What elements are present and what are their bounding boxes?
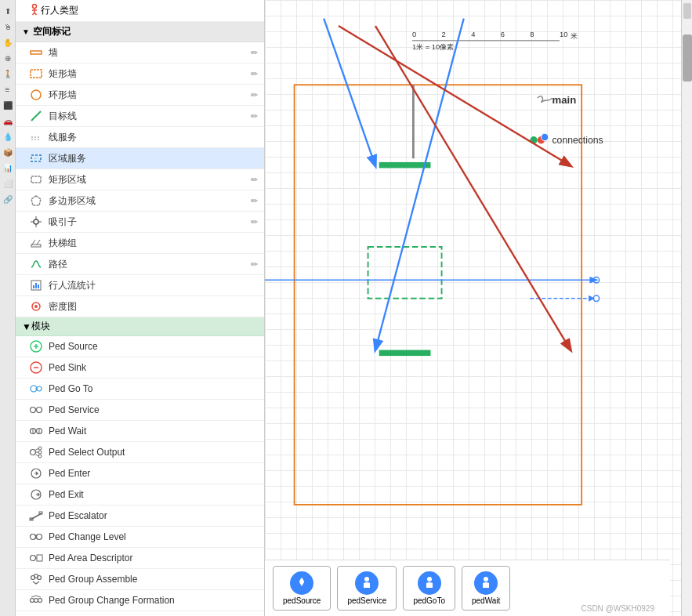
- svg-text:0: 0: [412, 30, 416, 38]
- toolbar-btn-11[interactable]: 📊: [1, 161, 15, 175]
- legend-ped-wait: pedWait: [462, 566, 510, 611]
- rect-wall-edit[interactable]: ✏: [251, 69, 258, 79]
- spatial-label: 空间标记: [33, 25, 71, 38]
- legend-ped-goto-label: pedGoTo: [413, 596, 445, 605]
- modules-arrow: ▼: [22, 321, 31, 332]
- wall-edit[interactable]: ✏: [251, 48, 258, 58]
- poly-area-icon: [28, 193, 44, 208]
- ped-wait-legend-icon: [474, 571, 498, 595]
- sidebar-item-rect-area[interactable]: 矩形区域 ✏: [16, 169, 264, 190]
- sidebar-item-ped-source[interactable]: Ped Source: [16, 336, 264, 357]
- svg-text:2: 2: [442, 30, 446, 38]
- canvas-svg: 0 2 4 6 8 10 米 1米 = 10像素 main connection…: [265, 0, 681, 616]
- toolbar-btn-12[interactable]: ⬜: [1, 176, 15, 190]
- target-line-label: 目标线: [49, 110, 251, 123]
- svg-point-67: [38, 599, 42, 603]
- ped-group-assemble-icon: [28, 571, 44, 587]
- target-line-edit[interactable]: ✏: [251, 111, 258, 121]
- sidebar-item-attractor[interactable]: 吸引子 ✏: [16, 212, 264, 233]
- sidebar-item-ped-group-change[interactable]: Ped Group Change Formation: [16, 590, 264, 611]
- ped-service-icon: [28, 402, 44, 418]
- ped-change-level-label: Ped Change Level: [49, 531, 258, 542]
- toolbar-btn-2[interactable]: 🖱: [1, 20, 15, 34]
- poly-area-edit[interactable]: ✏: [251, 196, 258, 206]
- sidebar-item-ped-enter[interactable]: Ped Enter: [16, 463, 264, 484]
- sidebar-item-path[interactable]: 路径 ✏: [16, 254, 264, 275]
- svg-line-8: [31, 111, 41, 121]
- sidebar-item-density[interactable]: 密度图: [16, 296, 264, 317]
- sidebar-item-ped-group-assemble[interactable]: Ped Group Assemble: [16, 569, 264, 590]
- density-label: 密度图: [49, 300, 258, 313]
- rect-area-edit[interactable]: ✏: [251, 175, 258, 185]
- rect-wall-label: 矩形墙: [49, 67, 251, 81]
- sidebar-item-poly-area[interactable]: 多边形区域 ✏: [16, 190, 264, 212]
- toolbar-btn-9[interactable]: 💧: [1, 129, 15, 143]
- svg-rect-82: [368, 247, 442, 299]
- toolbar-btn-5[interactable]: 🚶: [1, 67, 15, 81]
- sidebar-ped-type[interactable]: 行人类型: [16, 0, 264, 22]
- svg-point-44: [31, 450, 36, 455]
- spatial-arrow: ▼: [22, 27, 30, 36]
- svg-point-59: [31, 556, 36, 561]
- right-scrollbar[interactable]: [681, 0, 692, 616]
- sidebar-item-ped-exit[interactable]: Ped Exit: [16, 484, 264, 505]
- sidebar-item-area-service[interactable]: ·· 区域服务: [16, 148, 264, 169]
- toolbar-btn-13[interactable]: 🔗: [1, 192, 15, 206]
- spatial-markers-header[interactable]: ▼ 空间标记: [16, 22, 264, 42]
- sidebar-item-wall[interactable]: 墙 ✏: [16, 42, 264, 63]
- toolbar-btn-7[interactable]: ⬛: [1, 98, 15, 112]
- ped-source-legend-icon: [290, 571, 313, 595]
- toolbar-btn-10[interactable]: 📦: [1, 145, 15, 159]
- modules-header[interactable]: ▼ 模块: [16, 317, 264, 336]
- attractor-edit[interactable]: ✏: [251, 217, 258, 227]
- ped-escalator-label: Ped Escalator: [49, 510, 258, 521]
- sidebar-item-ped-area-desc[interactable]: Ped Area Descriptor: [16, 548, 264, 569]
- sidebar-item-escalator-group[interactable]: 扶梯组: [16, 233, 264, 254]
- sidebar-item-rect-wall[interactable]: 矩形墙 ✏: [16, 63, 264, 85]
- wall-label: 墙: [49, 46, 251, 60]
- ped-group-assemble-label: Ped Group Assemble: [49, 574, 258, 585]
- ped-flow-icon: [28, 277, 44, 293]
- ped-source-label: Ped Source: [49, 341, 258, 352]
- sidebar-item-ped-group-disassemble[interactable]: Ped Group Disassemble: [16, 611, 264, 616]
- toolbar-btn-4[interactable]: ⊕: [1, 51, 15, 65]
- svg-text:6: 6: [501, 30, 505, 38]
- path-icon: [28, 256, 44, 272]
- circle-wall-edit[interactable]: ✏: [251, 90, 258, 100]
- sidebar-item-ped-sink[interactable]: Ped Sink: [16, 357, 264, 379]
- sidebar-item-line-service[interactable]: 线服务: [16, 127, 264, 148]
- toolbar-btn-6[interactable]: ≡: [1, 82, 15, 96]
- canvas-area[interactable]: 0 2 4 6 8 10 米 1米 = 10像素 main connection…: [265, 0, 681, 616]
- svg-point-37: [31, 408, 36, 413]
- sidebar-item-ped-escalator[interactable]: Ped Escalator: [16, 505, 264, 527]
- svg-line-97: [339, 26, 571, 166]
- sidebar-item-ped-select[interactable]: Ped Select Output: [16, 442, 264, 463]
- legend-ped-wait-label: pedWait: [472, 596, 500, 605]
- sidebar-item-ped-wait[interactable]: Ped Wait: [16, 421, 264, 442]
- toolbar-btn-8[interactable]: 🚗: [1, 114, 15, 128]
- toolbar-btn-1[interactable]: ⬆: [1, 4, 15, 18]
- ped-exit-label: Ped Exit: [49, 489, 258, 500]
- ped-select-label: Ped Select Output: [49, 447, 258, 458]
- scroll-thumb[interactable]: [683, 34, 692, 82]
- line-service-label: 线服务: [49, 131, 258, 144]
- ped-service-legend-icon: [355, 571, 379, 595]
- path-edit[interactable]: ✏: [251, 259, 258, 270]
- sidebar-item-ped-goto[interactable]: Ped Go To: [16, 379, 264, 400]
- sidebar-item-ped-flow[interactable]: 行人流统计: [16, 275, 264, 296]
- svg-line-95: [324, 19, 375, 166]
- ped-enter-label: Ped Enter: [49, 468, 258, 479]
- svg-point-15: [34, 219, 38, 224]
- ped-type-label: 行人类型: [41, 4, 78, 17]
- ped-goto-legend-icon: [418, 571, 441, 595]
- scroll-up-btn[interactable]: [683, 3, 691, 19]
- sidebar-item-ped-service[interactable]: Ped Service: [16, 400, 264, 421]
- sidebar-item-ped-change-level[interactable]: Ped Change Level: [16, 527, 264, 548]
- poly-area-label: 多边形区域: [49, 194, 251, 208]
- sidebar-item-circle-wall[interactable]: 环形墙 ✏: [16, 85, 264, 106]
- svg-rect-55: [39, 512, 42, 514]
- toolbar-btn-3[interactable]: ✋: [1, 35, 15, 49]
- sidebar-item-target-line[interactable]: 目标线 ✏: [16, 106, 264, 127]
- svg-point-65: [31, 599, 34, 603]
- svg-point-38: [37, 408, 42, 413]
